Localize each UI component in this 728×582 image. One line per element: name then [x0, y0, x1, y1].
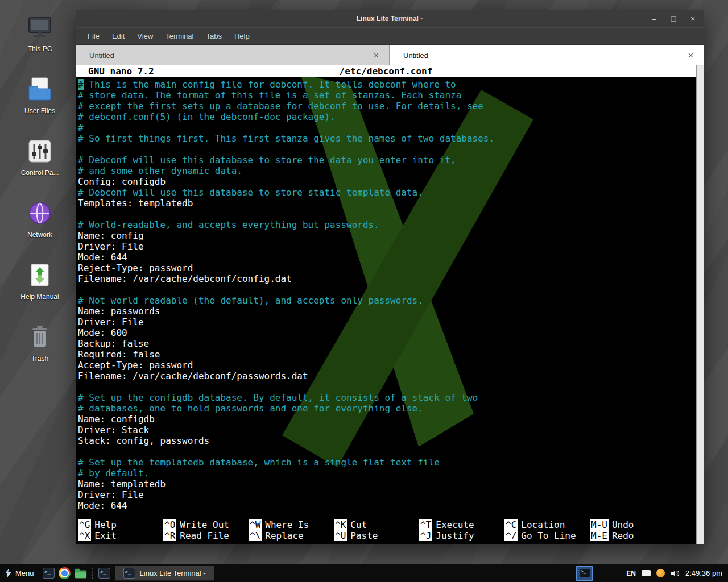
terminal-icon: >_ [98, 568, 110, 579]
shortcut-label: Undo [609, 519, 634, 530]
shortcut-where-is: ^WWhere Is [249, 519, 334, 530]
user-files-icon [26, 76, 53, 103]
tab-close-icon[interactable]: × [374, 51, 379, 60]
close-button[interactable]: × [689, 15, 697, 23]
shortcut-label: Execute [432, 519, 474, 530]
tab-1[interactable]: Untitled× [76, 45, 390, 65]
shortcut-label: Exit [91, 530, 117, 541]
shortcut-key: ^U [334, 530, 347, 541]
window-controls: –□× [650, 10, 697, 27]
shortcut-label: Redo [609, 530, 634, 541]
volume-icon[interactable] [671, 569, 680, 577]
nano-line: # debconf.conf(5) (in the debconf-doc pa… [78, 111, 704, 122]
desktop-icon-help-manual[interactable]: Help Manual [11, 261, 68, 301]
nano-line: # databases, one to hold passwords and o… [78, 403, 704, 414]
shortcut-row: ^XExit^RRead File^\Replace^UPaste^JJusti… [78, 530, 696, 541]
file-manager-launcher[interactable] [73, 566, 88, 581]
folder-icon [75, 568, 87, 579]
shortcut-row: ^GHelp^OWrite Out^WWhere Is^KCut^TExecut… [78, 519, 696, 530]
nano-line: Reject-Type: password [78, 263, 704, 273]
desktop-icon-user-files[interactable]: User Files [11, 76, 68, 115]
shortcut-key: M-E [590, 530, 609, 541]
scrollbar[interactable] [696, 65, 704, 544]
nano-line: # Debconf will use this database to stor… [78, 187, 704, 198]
menu-bar: FileEditViewTerminalTabsHelp [76, 27, 704, 44]
terminal-launcher[interactable]: >_ [42, 566, 56, 581]
menu-file[interactable]: File [81, 30, 106, 43]
desktop-icon-label: This PC [28, 45, 52, 53]
browser-launcher[interactable] [57, 566, 72, 581]
nano-filename: /etc/debconf.conf [76, 65, 696, 77]
shortcut-read-file: ^RRead File [163, 530, 249, 541]
shortcut-key: ^X [78, 530, 91, 541]
nano-line [78, 144, 704, 155]
terminal-view[interactable]: /etc/debconf.conf GNU nano 7.2 # This is… [76, 65, 704, 544]
menu-terminal[interactable]: Terminal [159, 30, 200, 43]
menu-help[interactable]: Help [228, 30, 256, 43]
shortcut-justify: ^JJustify [419, 530, 504, 541]
nano-line [78, 381, 704, 392]
shortcut-label: Read File [176, 530, 229, 541]
shortcut-location: ^CLocation [504, 519, 590, 530]
nano-line: Driver: Stack [78, 425, 704, 435]
tab-close-icon[interactable]: × [688, 51, 693, 60]
nano-line: Mode: 644 [78, 500, 704, 511]
taskbar-separator [92, 568, 93, 579]
shortcut-key: ^J [419, 530, 432, 541]
shortcut-paste: ^UPaste [334, 530, 419, 541]
notifier-icon[interactable] [656, 569, 665, 577]
nano-line: # Not world readable (the default), and … [78, 295, 704, 306]
desktop-icon-trash[interactable]: Trash [11, 323, 68, 363]
shortcut-key: ^R [163, 530, 176, 541]
menu-view[interactable]: View [131, 30, 159, 43]
tab-2[interactable]: Untitled× [390, 45, 704, 65]
terminal-window-icon-button[interactable]: >_ [97, 566, 112, 581]
desktop-icon-network[interactable]: Network [11, 199, 68, 239]
desktop-icon-this-pc[interactable]: This PC [11, 14, 68, 53]
system-tray: >_ EN 2:49:36 pm [576, 566, 728, 581]
nano-line: Templates: templatedb [78, 198, 704, 209]
shortcut-key: ^\ [249, 530, 262, 541]
terminal-window: Linux Lite Terminal - –□× FileEditViewTe… [76, 10, 704, 544]
shortcut-replace: ^\Replace [249, 530, 334, 541]
shortcut-label: Replace [262, 530, 303, 541]
start-menu-button[interactable]: Menu [0, 564, 41, 582]
minimize-button[interactable]: – [650, 15, 658, 23]
clock[interactable]: 2:49:36 pm [685, 569, 722, 577]
text-cursor: # [78, 79, 84, 90]
nano-version: GNU nano 7.2 [88, 65, 154, 77]
taskbar: Menu >_ >_ >_ Linux Lite Terminal - >_ E… [0, 564, 728, 582]
nano-line: Driver: File [78, 489, 704, 500]
nano-shortcuts: ^GHelp^OWrite Out^WWhere Is^KCut^TExecut… [78, 519, 696, 541]
nano-line: Config: configdb [78, 176, 704, 187]
nano-line: Name: templatedb [78, 479, 704, 489]
tab-label: Untitled [89, 51, 114, 60]
maximize-button[interactable]: □ [669, 15, 677, 23]
desktop-icon-label: Network [27, 231, 52, 239]
nano-line: # Set up the configdb database. By defau… [78, 392, 704, 403]
keyboard-layout-indicator[interactable]: EN [626, 569, 636, 577]
window-titlebar[interactable]: Linux Lite Terminal - –□× [76, 10, 704, 27]
nano-line: # by default. [78, 468, 704, 479]
nano-line: Name: config [78, 230, 704, 241]
nano-line: # This is the main config file for debco… [78, 79, 704, 90]
shortcut-execute: ^TExecute [419, 519, 504, 530]
desktop-icon-control-panel[interactable]: Control Pa... [11, 138, 68, 177]
menu-tabs[interactable]: Tabs [200, 30, 228, 43]
nano-line: Accept-Type: password [78, 360, 704, 371]
shortcut-label: Cut [347, 519, 367, 530]
nano-line: # Debconf will use this database to stor… [78, 155, 704, 165]
taskbar-window-label: Linux Lite Terminal - [140, 569, 206, 577]
shortcut-label: Go To Line [518, 530, 576, 541]
shortcut-redo: M-ERedo [590, 530, 675, 541]
shortcut-label: Help [91, 519, 117, 530]
nano-line: Stack: config, passwords [78, 435, 704, 446]
display-icon[interactable] [642, 570, 651, 576]
nano-line: # Set up the templatedb database, which … [78, 457, 704, 468]
nano-line [78, 209, 704, 219]
shortcut-undo: M-UUndo [590, 519, 675, 530]
tray-terminal-icon[interactable]: >_ [576, 566, 593, 581]
shortcut-exit: ^XExit [78, 530, 163, 541]
taskbar-window-button[interactable]: >_ Linux Lite Terminal - [115, 566, 214, 581]
menu-edit[interactable]: Edit [106, 30, 131, 43]
